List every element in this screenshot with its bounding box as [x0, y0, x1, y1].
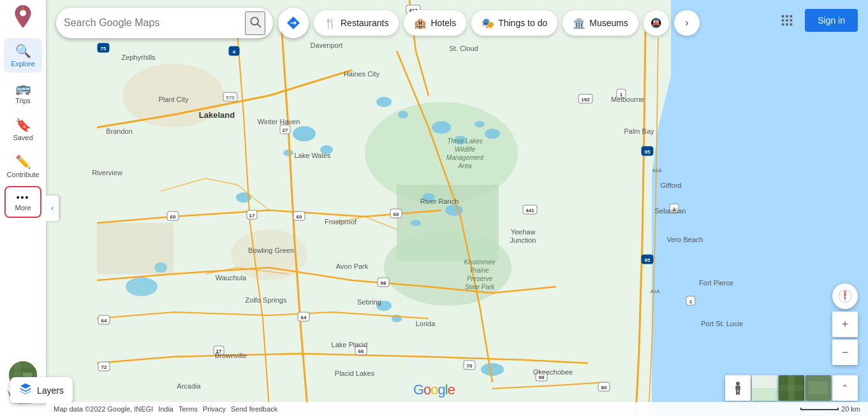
pill-things-to-do[interactable]: 🎭 Things to do	[471, 10, 557, 36]
sign-in-button[interactable]: Sign in	[805, 9, 858, 32]
pill-hotels[interactable]: 🏨 Hotels	[404, 10, 466, 36]
sidebar-item-contribute[interactable]: ✏️ Contribute	[4, 149, 42, 183]
map-type-terrain[interactable]	[752, 375, 777, 401]
more-categories-button[interactable]: ›	[674, 10, 700, 36]
apps-grid-button[interactable]	[774, 8, 800, 33]
restaurants-icon: 🍴	[324, 17, 337, 29]
svg-text:A1A: A1A	[652, 168, 662, 173]
svg-text:75: 75	[101, 46, 107, 52]
svg-rect-130	[786, 15, 788, 18]
sidebar-item-saved-label: Saved	[13, 134, 33, 141]
search-input[interactable]	[64, 17, 245, 29]
svg-point-27	[481, 363, 504, 376]
svg-text:Arcadia: Arcadia	[177, 382, 201, 390]
collapse-sidebar-button[interactable]: ‹	[46, 196, 59, 221]
svg-point-24	[411, 220, 421, 226]
pill-museums-label: Museums	[589, 18, 628, 28]
svg-text:Lakeland: Lakeland	[199, 110, 235, 120]
svg-text:Lake Placid: Lake Placid	[332, 341, 368, 348]
svg-text:Winter Haven: Winter Haven	[258, 118, 300, 126]
svg-text:Zolfo Springs: Zolfo Springs	[246, 296, 287, 304]
scale-bar-visual	[800, 408, 839, 410]
svg-point-20	[474, 121, 485, 127]
svg-text:Preserve: Preserve	[467, 275, 492, 282]
pill-things-to-do-label: Things to do	[498, 18, 547, 28]
map-controls: N + −	[832, 283, 858, 365]
svg-text:95: 95	[645, 257, 651, 263]
svg-text:60: 60	[297, 214, 302, 220]
zoom-in-icon: +	[842, 318, 849, 331]
svg-text:98: 98	[381, 280, 386, 286]
svg-text:A1A: A1A	[650, 289, 660, 294]
pegman-button[interactable]	[725, 375, 751, 401]
svg-text:Brownville: Brownville	[215, 352, 247, 359]
pill-restaurants-label: Restaurants	[341, 18, 388, 28]
svg-text:Port St. Lucie: Port St. Lucie	[701, 320, 743, 327]
scale-label: 20 km	[841, 405, 860, 413]
layers-label: Layers	[37, 385, 64, 396]
bottom-bar-left: Map data ©2022 Google, INEGI India Terms…	[54, 405, 277, 413]
compass-button[interactable]: N	[832, 283, 858, 309]
top-right-actions: Sign in	[774, 8, 858, 33]
explore-icon: 🔍	[15, 43, 31, 59]
pill-transit[interactable]: 🚇	[644, 10, 669, 36]
search-button[interactable]	[245, 11, 265, 35]
pill-restaurants[interactable]: 🍴 Restaurants	[314, 10, 399, 36]
zoom-in-button[interactable]: +	[832, 312, 858, 337]
pill-museums[interactable]: 🏛️ Museums	[563, 10, 638, 36]
google-logo: Google	[413, 382, 455, 398]
layers-button[interactable]: Layers	[10, 377, 73, 403]
svg-text:Prairie: Prairie	[471, 267, 489, 274]
sidebar-item-saved[interactable]: 🔖 Saved	[4, 112, 42, 147]
terms-link[interactable]: Terms	[179, 405, 198, 413]
svg-text:Vero Beach: Vero Beach	[667, 236, 703, 243]
search-box[interactable]	[56, 8, 273, 38]
svg-point-13	[293, 126, 316, 141]
svg-text:St. Cloud: St. Cloud	[449, 45, 478, 52]
svg-point-17	[398, 111, 408, 118]
svg-text:70: 70	[467, 363, 473, 369]
svg-text:N: N	[844, 290, 846, 294]
svg-text:Area: Area	[457, 162, 472, 169]
svg-point-16	[376, 97, 392, 107]
zoom-out-button[interactable]: −	[832, 340, 858, 365]
svg-text:Brandon: Brandon	[106, 127, 133, 135]
svg-text:66: 66	[358, 348, 364, 354]
svg-text:Davenport: Davenport	[311, 41, 343, 49]
svg-text:Sebastian: Sebastian	[655, 207, 686, 215]
expand-map-view-button[interactable]: ⌃	[832, 375, 858, 401]
directions-button[interactable]	[278, 8, 309, 38]
svg-text:State Park: State Park	[465, 283, 496, 290]
svg-rect-137	[790, 24, 793, 26]
svg-text:Gifford: Gifford	[661, 182, 682, 189]
svg-text:4: 4	[233, 49, 236, 55]
more-dots-icon: •••	[17, 192, 30, 203]
map-type-photo[interactable]	[805, 375, 831, 401]
category-pills: 🍴 Restaurants 🏨 Hotels 🎭 Things to do 🏛️…	[314, 10, 700, 36]
sidebar-item-explore-label: Explore	[11, 60, 34, 68]
svg-text:27: 27	[283, 127, 288, 133]
sidebar-item-trips[interactable]: 🚌 Trips	[4, 75, 42, 110]
pill-hotels-label: Hotels	[430, 18, 456, 28]
svg-rect-134	[790, 19, 793, 22]
sidebar-item-more[interactable]: ••• More	[4, 186, 41, 218]
map-view[interactable]: 417 192 75 4 570 60 60 60 98 98 17 17 44…	[46, 0, 868, 416]
sidebar-item-explore[interactable]: 🔍 Explore	[4, 38, 42, 73]
india-link[interactable]: India	[158, 405, 173, 413]
svg-rect-149	[809, 382, 828, 394]
svg-text:64: 64	[301, 315, 307, 320]
svg-text:Riverview: Riverview	[92, 169, 122, 176]
send-feedback-link[interactable]: Send feedback	[231, 405, 277, 413]
sidebar: 🔍 Explore 🚌 Trips 🔖 Saved ✏️ Contribute …	[0, 0, 46, 416]
svg-rect-135	[782, 24, 784, 26]
svg-text:Yeehaw: Yeehaw	[511, 228, 536, 236]
svg-rect-144	[752, 388, 777, 401]
svg-text:Plant City: Plant City	[158, 96, 189, 103]
map-type-satellite[interactable]	[779, 375, 804, 401]
svg-text:Bowling Green: Bowling Green	[248, 247, 294, 254]
svg-text:1: 1	[689, 299, 693, 305]
svg-rect-2	[9, 368, 37, 373]
street-view-controls: ⌃	[725, 375, 858, 401]
svg-rect-133	[786, 19, 788, 22]
privacy-link[interactable]: Privacy	[203, 405, 226, 413]
